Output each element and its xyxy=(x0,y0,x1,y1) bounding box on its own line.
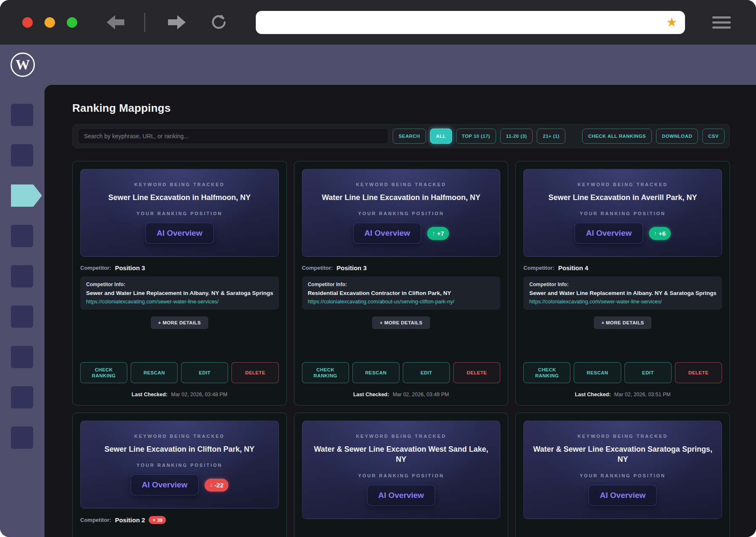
position-change-badge: ▼ 39 xyxy=(149,516,165,524)
more-details-button[interactable]: + MORE DETAILS xyxy=(151,316,209,329)
change-arrow-icon: ↑ xyxy=(654,230,656,236)
window-controls xyxy=(22,17,77,28)
filter-21plus-button[interactable]: 21+ (1) xyxy=(537,129,565,144)
last-checked-date: Mar 02, 2026, 03:48 PM xyxy=(171,392,227,397)
ranking-row: AI Overview xyxy=(532,485,713,506)
ai-overview-button[interactable]: AI Overview xyxy=(588,485,657,506)
edit-button[interactable]: EDIT xyxy=(625,362,672,383)
last-checked-label: Last Checked: xyxy=(353,392,389,397)
change-arrow-icon: ↑ xyxy=(432,230,435,236)
edit-button[interactable]: EDIT xyxy=(181,362,228,383)
admin-top-bar: W xyxy=(0,45,756,85)
sidebar-item[interactable] xyxy=(11,386,33,408)
zoom-window-button[interactable] xyxy=(67,17,77,28)
forward-icon[interactable] xyxy=(167,14,186,31)
check-ranking-button[interactable]: CHECK RANKING xyxy=(302,362,349,383)
competitor-info-box: Competitor Info: Sewer and Water Line Re… xyxy=(80,276,279,310)
toolbar: SEARCH ALL TOP 10 (17) 11-20 (3) 21+ (1)… xyxy=(72,124,730,148)
check-ranking-button[interactable]: CHECK RANKING xyxy=(523,362,570,383)
download-button[interactable]: DOWNLOAD xyxy=(656,129,698,144)
rescan-button[interactable]: RESCAN xyxy=(574,362,621,383)
keyword-tracked-label: KEYWORD BEING TRACKED xyxy=(311,182,492,187)
last-checked-date: Mar 02, 2026, 03:51 PM xyxy=(614,392,671,397)
browser-menu-icon[interactable] xyxy=(712,16,731,29)
card-actions: CHECK RANKING RESCAN EDIT DELETE xyxy=(302,362,501,383)
competitor-url-link[interactable]: https://colonialexcavating.com/about-us/… xyxy=(308,299,495,305)
minimize-window-button[interactable] xyxy=(45,17,55,28)
url-input[interactable] xyxy=(256,11,685,34)
search-input[interactable] xyxy=(78,128,388,144)
ranking-card: KEYWORD BEING TRACKED Sewer Line Excavat… xyxy=(515,161,730,405)
ai-overview-button[interactable]: AI Overview xyxy=(367,485,436,506)
sidebar-item[interactable] xyxy=(11,104,33,126)
competitor-title: Residential Excavation Contractor in Cli… xyxy=(308,290,495,296)
rescan-button[interactable]: RESCAN xyxy=(352,362,399,383)
search-button[interactable]: SEARCH xyxy=(393,129,426,144)
competitor-label: Competitor: xyxy=(80,517,111,523)
sidebar-item[interactable] xyxy=(11,144,33,166)
change-value: -22 xyxy=(214,482,223,489)
position-change-arrow-icon: ▼ xyxy=(152,518,156,522)
keyword-tracked-label: KEYWORD BEING TRACKED xyxy=(532,434,713,439)
sidebar-item-active-arrow[interactable] xyxy=(11,184,42,207)
card-header: KEYWORD BEING TRACKED Sewer Line Excavat… xyxy=(80,169,279,257)
more-details-button[interactable]: + MORE DETAILS xyxy=(372,316,430,329)
ranking-position-label: YOUR RANKING POSITION xyxy=(89,211,270,216)
ranking-position-label: YOUR RANKING POSITION xyxy=(311,211,492,216)
change-value: +6 xyxy=(659,230,666,237)
keyword-tracked-label: KEYWORD BEING TRACKED xyxy=(89,182,270,187)
change-value: +7 xyxy=(437,230,444,237)
check-ranking-button[interactable]: CHECK RANKING xyxy=(80,362,127,383)
browser-window: ★ W Ranking Mappings SEARCH xyxy=(0,0,756,537)
sidebar-item[interactable] xyxy=(11,305,33,328)
ranking-card: KEYWORD BEING TRACKED Water & Sewer Line… xyxy=(515,413,730,537)
card-header: KEYWORD BEING TRACKED Water & Sewer Line… xyxy=(523,421,722,519)
keyword-title: Sewer Line Excavation in Clifton Park, N… xyxy=(89,444,270,454)
delete-button[interactable]: DELETE xyxy=(231,362,278,383)
ai-overview-button[interactable]: AI Overview xyxy=(353,223,422,244)
csv-button[interactable]: CSV xyxy=(702,129,724,144)
keyword-tracked-label: KEYWORD BEING TRACKED xyxy=(532,182,713,187)
more-details-wrap: + MORE DETAILS xyxy=(302,316,501,329)
keyword-title: Sewer Line Excavation in Averill Park, N… xyxy=(532,192,713,203)
competitor-position: Position 4 xyxy=(558,264,588,271)
competitor-row: Competitor: Position 3 xyxy=(80,264,279,271)
card-header: KEYWORD BEING TRACKED Sewer Line Excavat… xyxy=(80,421,279,508)
more-details-button[interactable]: + MORE DETAILS xyxy=(594,316,652,329)
competitor-label: Competitor: xyxy=(523,265,554,271)
ai-overview-button[interactable]: AI Overview xyxy=(575,223,643,244)
card-actions: CHECK RANKING RESCAN EDIT DELETE xyxy=(523,362,722,383)
filter-11-20-button[interactable]: 11-20 (3) xyxy=(500,129,533,144)
delete-button[interactable]: DELETE xyxy=(675,362,722,383)
sidebar-item[interactable] xyxy=(11,225,33,247)
refresh-icon[interactable] xyxy=(210,14,227,31)
card-footer: Last Checked: Mar 02, 2026, 03:51 PM xyxy=(523,392,722,397)
bookmark-star-icon[interactable]: ★ xyxy=(666,16,677,29)
ai-overview-button[interactable]: AI Overview xyxy=(145,223,214,244)
sidebar-item[interactable] xyxy=(11,426,33,449)
filter-all-button[interactable]: ALL xyxy=(430,129,452,144)
url-bar[interactable]: ★ xyxy=(256,11,685,34)
card-header: KEYWORD BEING TRACKED Water & Sewer Line… xyxy=(302,421,501,519)
rescan-button[interactable]: RESCAN xyxy=(131,362,178,383)
filter-top10-button[interactable]: TOP 10 (17) xyxy=(456,129,496,144)
edit-button[interactable]: EDIT xyxy=(403,362,450,383)
ranking-card: KEYWORD BEING TRACKED Sewer Line Excavat… xyxy=(72,413,287,537)
delete-button[interactable]: DELETE xyxy=(453,362,500,383)
ranking-row: AI Overview ↑ +7 xyxy=(311,223,492,244)
keyword-title: Water Line Line Excavation in Halfmoon, … xyxy=(311,192,492,203)
back-icon[interactable] xyxy=(106,14,125,31)
competitor-url-link[interactable]: https://colonialexcavating.com/sewer-wat… xyxy=(529,299,716,305)
card-header: KEYWORD BEING TRACKED Water Line Line Ex… xyxy=(302,169,501,257)
check-all-rankings-button[interactable]: CHECK ALL RANKINGS xyxy=(582,129,652,144)
sidebar-item[interactable] xyxy=(11,346,33,368)
close-window-button[interactable] xyxy=(22,17,33,28)
sidebar-item[interactable] xyxy=(11,265,33,287)
wordpress-logo-icon[interactable]: W xyxy=(10,53,35,77)
competitor-url-link[interactable]: https://colonialexcavating.com/sewer-wat… xyxy=(86,299,273,305)
ranking-position-label: YOUR RANKING POSITION xyxy=(532,211,713,216)
competitor-label: Competitor: xyxy=(302,265,333,271)
competitor-info-label: Competitor Info: xyxy=(308,282,495,287)
ai-overview-button[interactable]: AI Overview xyxy=(131,474,199,495)
ranking-change-badge: ↑ +7 xyxy=(427,227,449,240)
